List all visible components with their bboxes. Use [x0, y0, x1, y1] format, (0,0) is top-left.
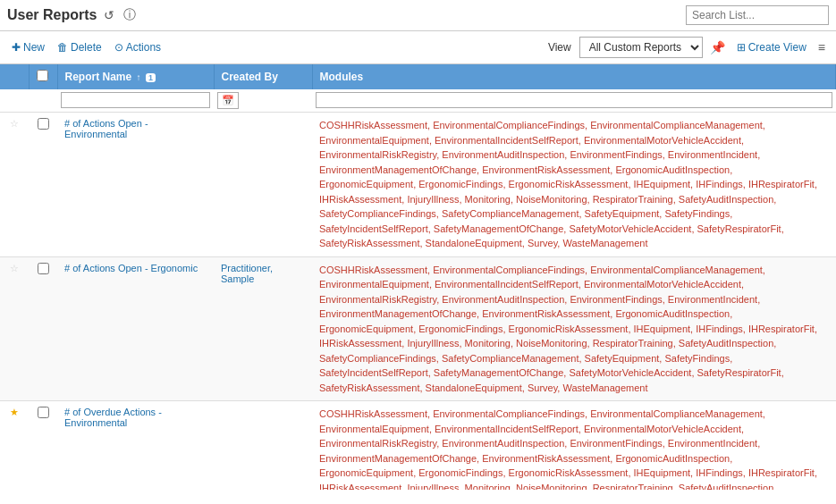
check-cell: [29, 256, 57, 401]
check-cell: [29, 401, 57, 491]
actions-icon: ⊙: [114, 41, 123, 54]
row-checkbox[interactable]: [38, 263, 49, 274]
info-icon[interactable]: ⓘ: [122, 5, 138, 25]
select-all-checkbox[interactable]: [37, 70, 48, 81]
report-name-link[interactable]: # of Actions Open - Ergonomic: [64, 263, 198, 273]
filter-check-col: [29, 89, 57, 113]
created-by-cell: [214, 401, 312, 491]
search-input[interactable]: [686, 5, 829, 25]
created-by-link[interactable]: Practitioner, Sample: [221, 263, 273, 284]
star-filled-icon: ★: [10, 407, 19, 417]
check-cell: [29, 113, 57, 257]
sort-badge: 1: [146, 73, 156, 82]
star-cell[interactable]: ☆: [0, 256, 29, 401]
delete-button[interactable]: 🗑 Delete: [53, 38, 106, 56]
modules-cell: COSHHRiskAssessment, EnvironmentalCompli…: [312, 256, 836, 401]
report-name-cell: # of Actions Open - Ergonomic: [57, 256, 214, 401]
actions-button[interactable]: ⊙ Actions: [110, 38, 165, 56]
menu-icon[interactable]: ≡: [815, 38, 829, 56]
star-cell[interactable]: ★: [0, 401, 29, 491]
new-button[interactable]: ✚ New: [7, 38, 49, 56]
page-title: User Reports: [7, 7, 97, 23]
table-header-row: Report Name ↑ 1 Created By Modules: [0, 64, 836, 89]
modules-filter[interactable]: [316, 92, 832, 108]
col-check: [29, 64, 57, 89]
created-by-cell: [214, 113, 312, 257]
col-created-by[interactable]: Created By: [214, 64, 312, 89]
table-row: ★# of Overdue Actions - EnvironmentalCOS…: [0, 401, 836, 491]
view-select[interactable]: All Custom Reports: [579, 37, 703, 58]
header-left: User Reports ↺ ⓘ: [7, 5, 138, 25]
star-empty-icon: ☆: [10, 263, 19, 273]
pin-icon[interactable]: 📌: [706, 38, 729, 56]
create-view-icon: ⊞: [737, 41, 746, 54]
modules-cell: COSHHRiskAssessment, EnvironmentalCompli…: [312, 401, 836, 491]
table-row: ☆# of Actions Open - ErgonomicPractition…: [0, 256, 836, 401]
filter-created-by-col: 📅: [214, 89, 312, 113]
header-right: [686, 5, 829, 25]
report-name-cell: # of Overdue Actions - Environmental: [57, 401, 214, 491]
view-label: View: [548, 41, 571, 54]
report-name-link[interactable]: # of Overdue Actions - Environmental: [64, 407, 162, 428]
header-bar: User Reports ↺ ⓘ: [0, 0, 836, 31]
table-row: ☆# of Actions Open - EnvironmentalCOSHHR…: [0, 113, 836, 257]
table-body: ☆# of Actions Open - EnvironmentalCOSHHR…: [0, 113, 836, 491]
star-cell[interactable]: ☆: [0, 113, 29, 257]
delete-icon: 🗑: [57, 41, 68, 54]
refresh-icon[interactable]: ↺: [102, 6, 116, 24]
created-by-filter-btn[interactable]: 📅: [217, 92, 239, 109]
report-name-filter[interactable]: [61, 92, 210, 108]
filter-row: 📅: [0, 89, 836, 113]
filter-report-name-col: [57, 89, 214, 113]
row-checkbox[interactable]: [38, 118, 49, 130]
filter-star-col: [0, 89, 29, 113]
col-report-name[interactable]: Report Name ↑ 1: [57, 64, 214, 89]
create-view-button[interactable]: ⊞ Create View: [732, 38, 811, 56]
col-star: [0, 64, 29, 89]
report-name-link[interactable]: # of Actions Open - Environmental: [64, 118, 148, 139]
row-checkbox[interactable]: [38, 407, 49, 418]
col-modules[interactable]: Modules: [312, 64, 836, 89]
star-empty-icon: ☆: [10, 118, 19, 129]
sort-arrow-icon: ↑: [137, 72, 141, 82]
filter-modules-col: [312, 89, 836, 113]
table-container: Report Name ↑ 1 Created By Modules: [0, 64, 836, 490]
toolbar: ✚ New 🗑 Delete ⊙ Actions View All Custom…: [0, 31, 836, 64]
new-icon: ✚: [12, 41, 21, 54]
reports-table: Report Name ↑ 1 Created By Modules: [0, 64, 836, 490]
created-by-cell: Practitioner, Sample: [214, 256, 312, 401]
modules-cell: COSHHRiskAssessment, EnvironmentalCompli…: [312, 113, 836, 257]
report-name-cell: # of Actions Open - Environmental: [57, 113, 214, 257]
